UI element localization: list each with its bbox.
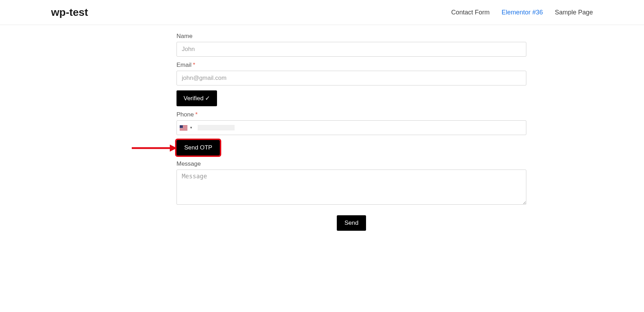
svg-rect-9 — [180, 125, 183, 128]
phone-input-wrapper: ▼ — [177, 120, 526, 135]
svg-rect-7 — [180, 129, 187, 129]
name-label: Name — [177, 33, 526, 40]
nav-elementor-36[interactable]: Elementor #36 — [502, 9, 543, 16]
svg-rect-8 — [180, 129, 187, 130]
us-flag-icon — [180, 125, 187, 130]
email-label: Email* — [177, 62, 526, 69]
phone-field-group: Phone* — [177, 111, 526, 135]
message-label: Message — [177, 160, 526, 167]
verified-button[interactable]: Verified✓ — [177, 90, 217, 106]
required-marker: * — [195, 111, 198, 118]
country-flag-picker[interactable]: ▼ — [177, 125, 196, 130]
email-input[interactable] — [177, 71, 526, 85]
required-marker: * — [193, 62, 196, 68]
nav-contact-form[interactable]: Contact Form — [451, 9, 490, 16]
phone-value-redacted — [198, 125, 235, 130]
message-field-group: Message — [177, 160, 526, 206]
form-container: Name Email* Verified✓ Phone* — [111, 25, 533, 245]
chevron-down-icon: ▼ — [190, 126, 193, 129]
name-input[interactable] — [177, 42, 526, 57]
name-field-group: Name — [177, 33, 526, 57]
email-field-group: Email* — [177, 62, 526, 85]
check-icon: ✓ — [205, 95, 210, 102]
message-textarea[interactable] — [177, 170, 526, 205]
page-header: wp-test Contact Form Elementor #36 Sampl… — [0, 0, 644, 25]
annotation-arrow-icon — [132, 144, 178, 152]
svg-marker-1 — [170, 145, 177, 152]
phone-label: Phone* — [177, 111, 526, 118]
nav-sample-page[interactable]: Sample Page — [555, 9, 593, 16]
site-title: wp-test — [51, 6, 88, 18]
top-nav: Contact Form Elementor #36 Sample Page — [451, 9, 593, 16]
send-otp-button[interactable]: Send OTP — [177, 140, 220, 155]
send-row: Send — [177, 210, 526, 231]
phone-input[interactable] — [235, 121, 526, 135]
send-button[interactable]: Send — [337, 215, 366, 231]
svg-rect-6 — [180, 128, 187, 128]
